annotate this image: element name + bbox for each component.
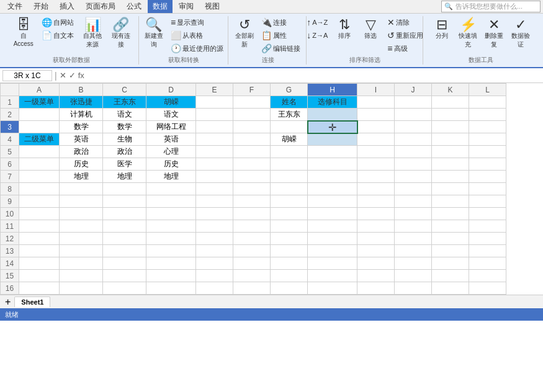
cell-K7[interactable] [432, 171, 469, 183]
other-sources-button[interactable]: 📊 自其他来源 [78, 16, 107, 51]
cell-E4[interactable] [196, 133, 233, 146]
add-sheet-button[interactable]: + [2, 296, 13, 308]
menu-file[interactable]: 文件 [2, 0, 27, 13]
row-13-header[interactable]: 13 [1, 245, 19, 257]
cell-H7[interactable] [308, 171, 357, 183]
confirm-icon[interactable]: ✓ [69, 71, 76, 80]
cell-E3[interactable] [196, 121, 233, 133]
sort-az-button[interactable]: ↑ A→Z [303, 16, 331, 29]
cell-B7[interactable]: 地理 [60, 171, 103, 183]
cell-B5[interactable]: 政治 [60, 146, 103, 158]
row-5-header[interactable]: 5 [1, 146, 19, 158]
cell-F6[interactable] [233, 158, 271, 171]
cell-K5[interactable] [432, 146, 469, 158]
cell-G1[interactable]: 姓名 [271, 96, 308, 109]
row-4-header[interactable]: 4 [1, 133, 19, 146]
col-J[interactable]: J [395, 84, 432, 96]
row-3-header[interactable]: 3 [1, 121, 19, 133]
cell-I5[interactable] [357, 146, 395, 158]
cell-L4[interactable] [469, 133, 506, 146]
cell-J4[interactable] [395, 133, 432, 146]
cell-J3[interactable] [395, 121, 432, 133]
row-10-header[interactable]: 10 [1, 208, 19, 220]
col-A[interactable]: A [19, 84, 60, 96]
row-2-header[interactable]: 2 [1, 109, 19, 121]
new-query-button[interactable]: 🔍 新建查询 [141, 16, 166, 51]
cell-I3[interactable] [357, 121, 395, 133]
row-9-header[interactable]: 9 [1, 195, 19, 208]
cell-K1[interactable] [432, 96, 469, 109]
cell-H6[interactable] [308, 158, 357, 171]
cell-F3[interactable] [233, 121, 271, 133]
col-B[interactable]: B [60, 84, 103, 96]
cell-A3[interactable] [19, 121, 60, 133]
cell-E1[interactable] [196, 96, 233, 109]
cell-B2[interactable]: 计算机 [60, 109, 103, 121]
cell-D3[interactable]: 网络工程 [146, 121, 196, 133]
cell-J7[interactable] [395, 171, 432, 183]
cell-K2[interactable] [432, 109, 469, 121]
cell-F1[interactable] [233, 96, 271, 109]
sheet-container[interactable]: A B C D E F G H I J K L 1 一级菜 [0, 83, 543, 295]
cell-G3[interactable] [271, 121, 308, 133]
cell-A4[interactable]: 二级菜单 [19, 133, 60, 146]
cell-I7[interactable] [357, 171, 395, 183]
row-8-header[interactable]: 8 [1, 183, 19, 195]
cell-L3[interactable] [469, 121, 506, 133]
cell-A6[interactable] [19, 158, 60, 171]
cell-J6[interactable] [395, 158, 432, 171]
advanced-button[interactable]: ≡ 高级 [384, 42, 426, 55]
cell-C5[interactable]: 政治 [103, 146, 146, 158]
cell-F2[interactable] [233, 109, 271, 121]
formula-input[interactable] [87, 71, 541, 80]
cell-J2[interactable] [395, 109, 432, 121]
cell-B3[interactable]: 数学 [60, 121, 103, 133]
clear-button[interactable]: ✕ 清除 [384, 16, 426, 29]
sheet-tab-1[interactable]: Sheet1 [14, 296, 50, 307]
reapply-button[interactable]: ↺ 重新应用 [384, 29, 426, 42]
cell-A1[interactable]: 一级菜单 [19, 96, 60, 109]
cell-D5[interactable]: 心理 [146, 146, 196, 158]
row-12-header[interactable]: 12 [1, 233, 19, 245]
cell-D1[interactable]: 胡嵘 [146, 96, 196, 109]
refresh-all-button[interactable]: ↺ 全部刷新 [232, 16, 257, 51]
cell-K3[interactable] [432, 121, 469, 133]
cell-K6[interactable] [432, 158, 469, 171]
cell-G6[interactable] [271, 158, 308, 171]
col-E[interactable]: E [196, 84, 233, 96]
cell-L6[interactable] [469, 158, 506, 171]
split-button[interactable]: ⊟ 分列 [429, 16, 454, 42]
cell-G5[interactable] [271, 146, 308, 158]
row-16-header[interactable]: 16 [1, 282, 19, 295]
menu-home[interactable]: 开始 [29, 0, 53, 13]
cell-A7[interactable] [19, 171, 60, 183]
cell-I1[interactable] [357, 96, 395, 109]
recent-sources-button[interactable]: 🕐 最近使用的源 [168, 42, 227, 55]
menu-data[interactable]: 数据 [148, 0, 173, 13]
cell-C2[interactable]: 语文 [103, 109, 146, 121]
sort-za-button[interactable]: ↓ Z→A [303, 29, 331, 42]
cancel-icon[interactable]: ✕ [60, 71, 66, 80]
cell-L2[interactable] [469, 109, 506, 121]
cell-J5[interactable] [395, 146, 432, 158]
name-box[interactable]: 3R x 1C [2, 70, 52, 81]
edit-links-button[interactable]: 🔗 编辑链接 [258, 42, 303, 55]
cell-C6[interactable]: 医学 [103, 158, 146, 171]
show-query-button[interactable]: ≡ 显示查询 [168, 16, 227, 29]
cell-B6[interactable]: 历史 [60, 158, 103, 171]
col-G[interactable]: G [271, 84, 308, 96]
cell-E6[interactable] [196, 158, 233, 171]
cell-C3[interactable]: 数学 [103, 121, 146, 133]
cell-H1[interactable]: 选修科目 [308, 96, 357, 109]
row-1-header[interactable]: 1 [1, 96, 19, 109]
text-button[interactable]: 📄 自文本 [38, 29, 77, 42]
cell-A2[interactable] [19, 109, 60, 121]
col-L[interactable]: L [469, 84, 506, 96]
menu-insert[interactable]: 插入 [55, 0, 79, 13]
cell-J1[interactable] [395, 96, 432, 109]
function-icon[interactable]: fx [78, 71, 84, 80]
cell-D2[interactable]: 语文 [146, 109, 196, 121]
cell-I2[interactable] [357, 109, 395, 121]
menu-formula[interactable]: 公式 [122, 0, 146, 13]
cell-F4[interactable] [233, 133, 271, 146]
